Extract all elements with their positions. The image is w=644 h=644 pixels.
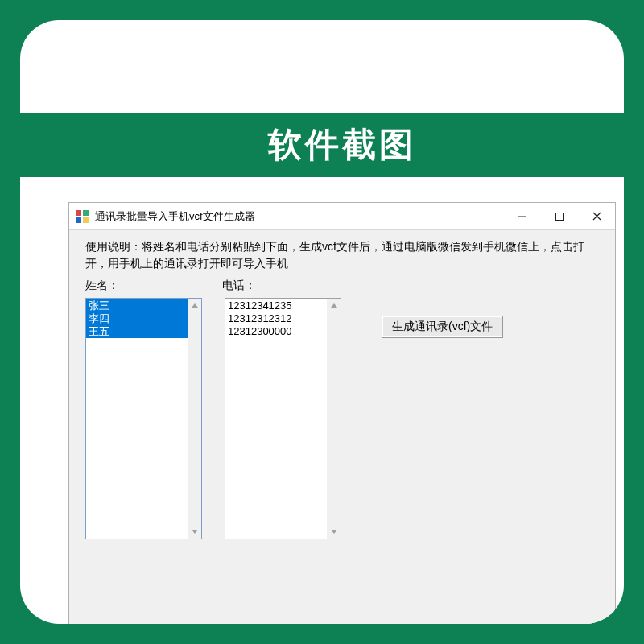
instructions-text: 使用说明：将姓名和电话分别粘贴到下面，生成vcf文件后，通过电脑版微信发到手机微…: [85, 238, 599, 272]
names-listbox[interactable]: 张三 李四 王五: [85, 298, 202, 539]
svg-rect-1: [556, 213, 564, 220]
app-window: 通讯录批量导入手机vcf文件生成器 使用说明：将姓名和电话分别粘贴到下面，生成v…: [68, 202, 616, 624]
titlebar: 通讯录批量导入手机vcf文件生成器: [69, 203, 615, 230]
scroll-up-icon[interactable]: [188, 299, 201, 312]
scrollbar[interactable]: [327, 299, 341, 539]
client-area: 使用说明：将姓名和电话分别粘贴到下面，生成vcf文件后，通过电脑版微信发到手机微…: [69, 230, 615, 624]
list-item[interactable]: 12312300000: [225, 325, 341, 338]
window-title: 通讯录批量导入手机vcf文件生成器: [95, 209, 504, 224]
minimize-button[interactable]: [504, 203, 541, 230]
list-item[interactable]: 王五: [86, 325, 201, 338]
svg-marker-7: [331, 530, 337, 534]
app-icon: [76, 210, 89, 223]
scrollbar[interactable]: [188, 299, 201, 539]
svg-marker-5: [192, 530, 198, 534]
list-item[interactable]: 12312312312: [225, 312, 341, 325]
phones-listbox[interactable]: 12312341235 12312312312 12312300000: [225, 298, 341, 539]
scroll-down-icon[interactable]: [327, 525, 341, 539]
name-label: 姓名：: [85, 279, 222, 293]
svg-marker-4: [192, 303, 198, 308]
column-labels: 姓名： 电话：: [85, 279, 599, 293]
list-item[interactable]: 李四: [86, 312, 201, 325]
maximize-button[interactable]: [541, 203, 578, 230]
banner-title: 软件截图: [20, 113, 624, 177]
list-item[interactable]: 张三: [86, 299, 201, 312]
close-button[interactable]: [578, 203, 615, 230]
scroll-up-icon[interactable]: [327, 299, 341, 312]
list-item[interactable]: 12312341235: [225, 299, 341, 312]
phone-label: 电话：: [222, 279, 256, 293]
generate-vcf-button[interactable]: 生成通讯录(vcf)文件: [382, 316, 503, 338]
scroll-down-icon[interactable]: [188, 525, 201, 539]
svg-marker-6: [331, 303, 337, 308]
